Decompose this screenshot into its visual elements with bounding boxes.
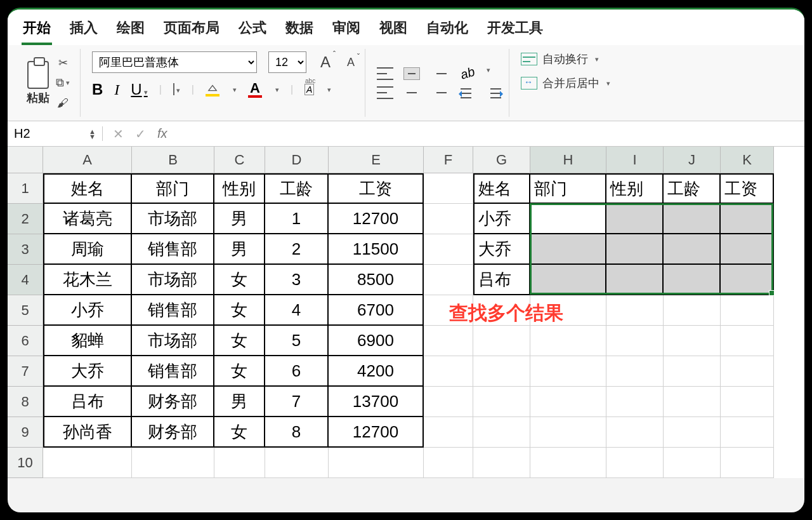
cell-C8[interactable]: 男 bbox=[214, 387, 265, 417]
cell-B4[interactable]: 市场部 bbox=[132, 265, 214, 295]
tab-2[interactable]: 绘图 bbox=[115, 16, 146, 45]
cell-K3[interactable] bbox=[721, 234, 774, 265]
align-right-icon[interactable] bbox=[430, 86, 447, 99]
cell-J7[interactable] bbox=[664, 356, 721, 387]
cell-E8[interactable]: 13700 bbox=[329, 387, 424, 417]
cell-J8[interactable] bbox=[664, 387, 721, 417]
cell-D2[interactable]: 1 bbox=[265, 204, 329, 234]
decrease-font-icon[interactable]: Aˇ bbox=[344, 55, 357, 70]
cell-C2[interactable]: 男 bbox=[214, 204, 265, 234]
phonetic-guide-button[interactable]: A bbox=[304, 84, 314, 95]
cell-J6[interactable] bbox=[664, 326, 721, 356]
col-header-D[interactable]: D bbox=[265, 147, 329, 173]
cell-K1[interactable]: 工资 bbox=[721, 173, 774, 204]
col-header-F[interactable]: F bbox=[424, 147, 473, 173]
cell-J9[interactable] bbox=[664, 417, 721, 448]
cell-G1[interactable]: 姓名 bbox=[473, 173, 530, 204]
row-header-1[interactable]: 1 bbox=[8, 173, 43, 204]
cell-E5[interactable]: 6700 bbox=[329, 295, 424, 326]
col-header-G[interactable]: G bbox=[473, 147, 530, 173]
cell-G3[interactable]: 大乔 bbox=[473, 234, 530, 265]
cell-D8[interactable]: 7 bbox=[265, 387, 329, 417]
row-header-6[interactable]: 6 bbox=[8, 326, 43, 356]
cell-B10[interactable] bbox=[132, 448, 214, 478]
cell-H8[interactable] bbox=[530, 387, 606, 417]
cell-K7[interactable] bbox=[721, 356, 774, 387]
cell-F9[interactable] bbox=[424, 417, 473, 448]
cut-icon[interactable]: ✂ bbox=[53, 55, 72, 70]
font-size-select[interactable]: 12 bbox=[268, 51, 306, 73]
decrease-indent-icon[interactable] bbox=[461, 87, 476, 100]
cell-A6[interactable]: 貂蝉 bbox=[43, 326, 132, 356]
cell-K5[interactable] bbox=[721, 295, 774, 326]
cell-I6[interactable] bbox=[606, 326, 664, 356]
cell-D3[interactable]: 2 bbox=[265, 234, 329, 265]
cell-I7[interactable] bbox=[606, 356, 664, 387]
cell-I2[interactable] bbox=[606, 204, 664, 234]
align-middle-icon[interactable] bbox=[403, 67, 420, 80]
cell-D1[interactable]: 工龄 bbox=[265, 173, 329, 204]
cell-A2[interactable]: 诸葛亮 bbox=[43, 204, 132, 234]
spreadsheet[interactable]: ABCDEFGHIJK 12345678910 姓名部门性别工龄工资姓名部门性别… bbox=[8, 147, 804, 478]
align-top-icon[interactable] bbox=[377, 67, 393, 80]
tab-7[interactable]: 视图 bbox=[378, 16, 409, 45]
row-header-3[interactable]: 3 bbox=[8, 234, 43, 265]
font-color-button[interactable]: A bbox=[248, 81, 262, 98]
increase-indent-icon[interactable] bbox=[486, 87, 501, 100]
cell-G9[interactable] bbox=[473, 417, 530, 448]
cell-F7[interactable] bbox=[424, 356, 473, 387]
cell-D4[interactable]: 3 bbox=[265, 265, 329, 295]
cell-F6[interactable] bbox=[424, 326, 473, 356]
cell-A3[interactable]: 周瑜 bbox=[43, 234, 132, 265]
tab-9[interactable]: 开发工具 bbox=[486, 16, 544, 45]
select-all-corner[interactable] bbox=[8, 147, 43, 173]
fx-icon[interactable]: fx bbox=[157, 126, 167, 142]
format-painter-icon[interactable]: 🖌 bbox=[53, 96, 72, 111]
cell-J5[interactable] bbox=[664, 295, 721, 326]
cell-G6[interactable] bbox=[473, 326, 530, 356]
col-header-B[interactable]: B bbox=[132, 147, 214, 173]
cell-E4[interactable]: 8500 bbox=[329, 265, 424, 295]
cell-G7[interactable] bbox=[473, 356, 530, 387]
font-family-select[interactable]: 阿里巴巴普惠体 bbox=[92, 51, 257, 73]
tab-3[interactable]: 页面布局 bbox=[162, 16, 221, 45]
cell-A7[interactable]: 大乔 bbox=[43, 356, 132, 387]
cell-D7[interactable]: 6 bbox=[265, 356, 329, 387]
cell-B9[interactable]: 财务部 bbox=[132, 417, 214, 448]
cell-I4[interactable] bbox=[606, 265, 664, 295]
row-header-2[interactable]: 2 bbox=[8, 204, 43, 234]
cell-B6[interactable]: 市场部 bbox=[132, 326, 214, 356]
cell-E2[interactable]: 12700 bbox=[329, 204, 424, 234]
cell-K2[interactable] bbox=[721, 204, 774, 234]
col-header-K[interactable]: K bbox=[721, 147, 774, 173]
row-header-10[interactable]: 10 bbox=[8, 448, 43, 478]
copy-icon[interactable]: ⧉▾ bbox=[53, 76, 72, 91]
align-bottom-icon[interactable] bbox=[430, 67, 447, 80]
cell-K6[interactable] bbox=[721, 326, 774, 356]
cell-E7[interactable]: 4200 bbox=[329, 356, 424, 387]
cell-F8[interactable] bbox=[424, 387, 473, 417]
cell-H2[interactable] bbox=[530, 204, 606, 234]
cell-D9[interactable]: 8 bbox=[265, 417, 329, 448]
cell-H4[interactable] bbox=[530, 265, 606, 295]
cell-C7[interactable]: 女 bbox=[214, 356, 265, 387]
fill-color-button[interactable] bbox=[206, 83, 219, 97]
cell-H1[interactable]: 部门 bbox=[530, 173, 606, 204]
cell-D6[interactable]: 5 bbox=[265, 326, 329, 356]
col-header-A[interactable]: A bbox=[43, 147, 132, 173]
cell-H10[interactable] bbox=[530, 448, 606, 478]
cell-H7[interactable] bbox=[530, 356, 606, 387]
tab-5[interactable]: 数据 bbox=[284, 16, 315, 45]
cell-E10[interactable] bbox=[329, 448, 424, 478]
cell-A5[interactable]: 小乔 bbox=[43, 295, 132, 326]
row-header-5[interactable]: 5 bbox=[8, 295, 43, 326]
cell-B1[interactable]: 部门 bbox=[132, 173, 214, 204]
col-header-I[interactable]: I bbox=[606, 147, 664, 173]
cell-C3[interactable]: 男 bbox=[214, 234, 265, 265]
cell-B8[interactable]: 财务部 bbox=[132, 387, 214, 417]
name-box[interactable]: H2 ▲▼ bbox=[8, 126, 103, 141]
cell-H9[interactable] bbox=[530, 417, 606, 448]
cell-A10[interactable] bbox=[43, 448, 132, 478]
cell-F3[interactable] bbox=[424, 234, 473, 265]
cell-F10[interactable] bbox=[424, 448, 473, 478]
